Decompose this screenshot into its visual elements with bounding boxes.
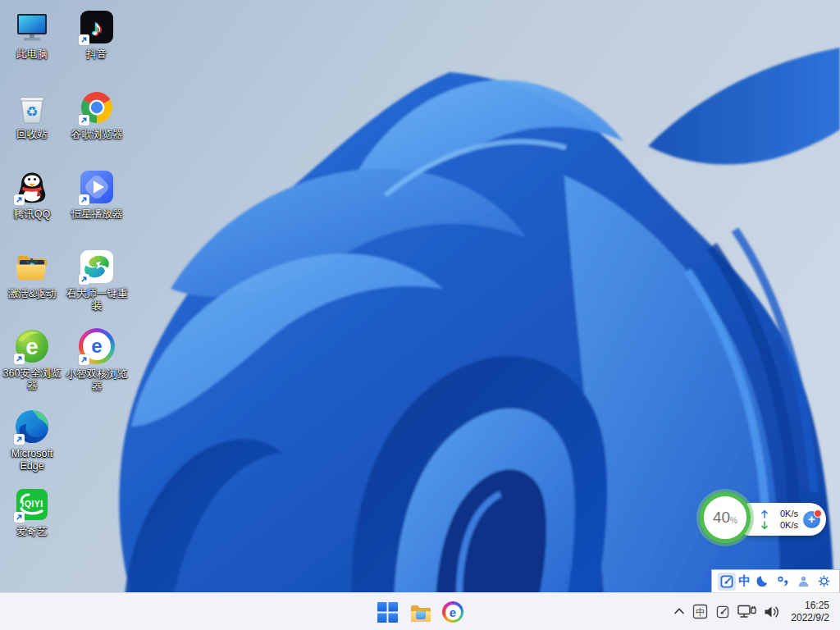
chevron-up-icon	[673, 606, 685, 617]
file-explorer-button[interactable]	[404, 596, 436, 628]
shortcut-arrow-icon	[79, 115, 89, 126]
shortcut-arrow-icon	[79, 274, 89, 285]
memory-percent: 40	[713, 509, 730, 527]
upload-speed: 0K/s	[772, 509, 798, 518]
start-button[interactable]	[371, 596, 404, 628]
shortcut-arrow-icon	[79, 194, 89, 205]
accelerate-plus-button[interactable]: +	[803, 511, 820, 528]
download-speed: 0K/s	[772, 520, 798, 530]
this-pc-icon	[13, 8, 51, 46]
ethernet-icon	[737, 605, 756, 619]
iqiyi-icon: iQIYI	[13, 486, 51, 523]
upload-arrow-icon	[760, 509, 769, 518]
desktop-icon-microsoft-edge[interactable]: Microsoft Edge	[0, 408, 64, 472]
icon-label: 腾讯QQ	[0, 208, 64, 221]
douyin-icon: ♪ ♪ ♪	[78, 8, 116, 46]
file-explorer-icon	[409, 600, 431, 623]
browser-e-icon: e	[442, 601, 463, 623]
shortcut-arrow-icon	[14, 354, 25, 364]
shidashi-icon	[78, 248, 116, 285]
ime-settings-button[interactable]	[815, 573, 833, 591]
svg-text:iQIYI: iQIYI	[21, 499, 43, 509]
browser-e-button[interactable]: e	[436, 596, 469, 628]
ime-night-mode-button[interactable]	[753, 573, 771, 591]
icon-label: 谷歌浏览器	[65, 129, 129, 141]
tray-network[interactable]	[737, 605, 756, 619]
360-browser-icon: e	[13, 327, 51, 365]
net-speed-widget[interactable]: 0K/s 0K/s + 40%	[700, 491, 831, 548]
ime-logo-tray-icon	[715, 605, 730, 619]
desktop-icon-tencent-qq[interactable]: 腾讯QQ	[0, 168, 64, 221]
clock-time: 16:25	[791, 600, 829, 612]
xiaozhi-browser-icon: e	[78, 328, 116, 366]
svg-text:中: 中	[696, 607, 705, 617]
svg-text:♻: ♻	[25, 104, 38, 120]
tray-clock[interactable]: 16:25 2022/9/2	[791, 600, 829, 624]
desktop-icon-chrome[interactable]: 谷歌浏览器	[65, 89, 129, 141]
desktop-icon-shidashi[interactable]: 石大师一键重装	[65, 248, 129, 313]
icon-label: 此电脑	[0, 48, 64, 61]
desktop-icon-douyin[interactable]: ♪ ♪ ♪ 抖音	[65, 8, 129, 61]
taskbar: e 中	[0, 592, 840, 630]
icon-label: 爱奇艺	[0, 526, 64, 538]
recycle-bin-icon: ♻	[13, 89, 51, 126]
desktop-icon-iqiyi[interactable]: iQIYI 爱奇艺	[0, 486, 64, 538]
moon-icon	[756, 574, 769, 588]
ime-account-button[interactable]	[795, 573, 813, 591]
icon-label: Microsoft Edge	[0, 448, 64, 472]
chrome-icon	[78, 89, 116, 126]
windows-logo-icon	[377, 602, 398, 623]
svg-text:e: e	[25, 335, 38, 359]
speaker-icon	[764, 605, 780, 619]
icon-label: 抖音	[65, 48, 129, 61]
ime-mode-icon: 中	[692, 604, 708, 619]
memory-usage-ball[interactable]: 40%	[700, 492, 751, 543]
notification-dot	[814, 509, 822, 518]
folder-gear-icon	[13, 248, 51, 285]
ime-punctuation-button[interactable]	[774, 573, 792, 591]
shortcut-arrow-icon	[79, 34, 89, 45]
svg-text:♪: ♪	[91, 16, 103, 40]
shortcut-arrow-icon	[79, 354, 89, 365]
icon-label: 360安全浏览器	[0, 368, 64, 392]
tray-ime-logo[interactable]	[715, 605, 730, 619]
desktop-icon-recycle-bin[interactable]: ♻ 回收站	[0, 89, 64, 141]
download-arrow-icon	[760, 521, 769, 530]
ime-toolbar: 中	[711, 569, 840, 592]
ime-logo-button[interactable]	[718, 573, 736, 591]
icon-label: 激活&驱动	[0, 288, 64, 300]
gear-icon	[817, 574, 831, 588]
icon-label: 小智双核浏览器	[65, 368, 129, 393]
ime-logo-icon	[719, 574, 734, 589]
icon-label: 回收站	[0, 129, 64, 141]
tray-ime-mode[interactable]: 中	[692, 604, 708, 619]
icon-label: 恒星播放器	[65, 208, 129, 221]
desktop-icon-360-browser[interactable]: e 360安全浏览器	[0, 327, 64, 392]
desktop-icon-activate-driver[interactable]: 激活&驱动	[0, 248, 64, 300]
stellar-player-icon	[78, 168, 116, 206]
edge-icon	[13, 408, 51, 445]
qq-icon	[13, 168, 51, 206]
tray-overflow-chevron[interactable]	[673, 606, 685, 617]
desktop-icon-this-pc[interactable]: 此电脑	[0, 8, 64, 61]
shortcut-arrow-icon	[14, 434, 25, 445]
shortcut-arrow-icon	[14, 194, 25, 205]
tray-volume[interactable]	[764, 605, 780, 619]
user-icon	[797, 574, 810, 588]
ime-mode-button[interactable]: 中	[738, 573, 751, 591]
desktop-icon-xiaozhi-browser[interactable]: e 小智双核浏览器	[65, 327, 129, 393]
clock-date: 2022/9/2	[791, 612, 829, 624]
punctuation-icon	[776, 575, 791, 588]
desktop-icon-stellar-player[interactable]: 恒星播放器	[65, 168, 129, 221]
shortcut-arrow-icon	[14, 512, 25, 523]
icon-label: 石大师一键重装	[65, 288, 129, 313]
